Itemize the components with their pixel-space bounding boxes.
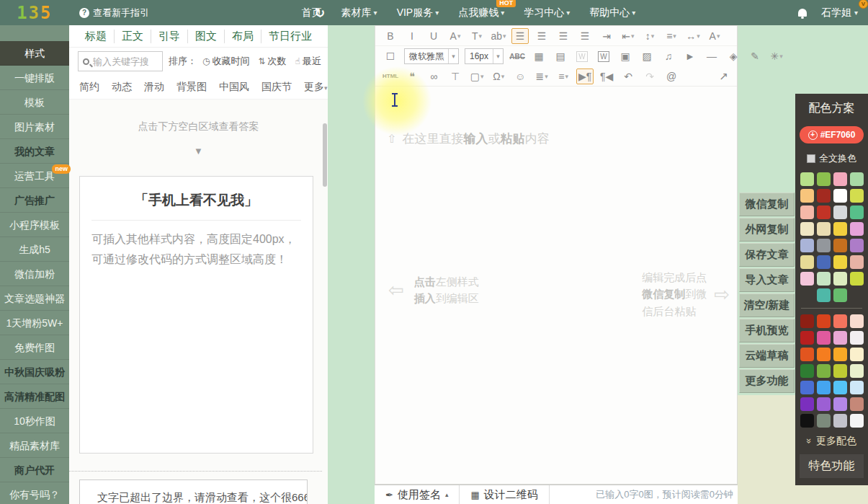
color-swatch[interactable]: [833, 272, 847, 286]
header-template-button[interactable]: ⊤ ▾: [447, 68, 464, 84]
blockquote-button[interactable]: ❝ ▾: [403, 68, 421, 84]
sidebar-item[interactable]: 你有号吗？: [0, 482, 69, 504]
color-swatch[interactable]: [850, 205, 864, 219]
sidebar-item[interactable]: 10秒作图: [0, 409, 69, 433]
use-signature-button[interactable]: ✒ 使用签名 ▴: [375, 485, 460, 504]
sidebar-item[interactable]: 生成h5: [0, 237, 69, 262]
sidebar-item[interactable]: 运营工具 new: [0, 164, 69, 188]
redo-button[interactable]: ↷ ▾: [641, 68, 658, 84]
color-swatch[interactable]: [850, 222, 864, 236]
color-swatch[interactable]: [817, 348, 831, 361]
paragraph-spacing-button[interactable]: ≡ ▾: [663, 28, 680, 44]
more-colors-button[interactable]: » 更多配色: [800, 435, 864, 448]
action-button[interactable]: 手机预览: [739, 319, 795, 342]
action-button[interactable]: 微信复制: [739, 193, 795, 216]
color-swatch[interactable]: [800, 239, 814, 252]
magic-fill-button[interactable]: ✳ ▾: [768, 48, 785, 64]
underline-button[interactable]: U ▾: [425, 28, 442, 44]
undo-button[interactable]: ↶ ▾: [619, 68, 637, 84]
color-swatch[interactable]: [817, 288, 831, 302]
word-import-button[interactable]: W ▾: [595, 48, 612, 64]
color-swatch[interactable]: [800, 172, 814, 186]
more-tags-button[interactable]: 更多▾: [304, 81, 328, 94]
format-painter-button[interactable]: ✎ ▾: [746, 48, 764, 64]
color-swatch[interactable]: [817, 189, 831, 203]
sidebar-item[interactable]: 微信加粉: [0, 262, 69, 286]
font-family-select[interactable]: 微软雅黑 ▾: [404, 48, 459, 64]
app-logo[interactable]: 135: [0, 3, 69, 23]
color-swatch[interactable]: [833, 222, 847, 236]
nav-earn-money[interactable]: HOT 点我赚钱 ▾: [458, 6, 504, 19]
sidebar-item[interactable]: 文章选题神器: [0, 286, 69, 311]
color-swatch[interactable]: [800, 414, 814, 428]
color-swatch[interactable]: [833, 205, 847, 219]
design-qrcode-button[interactable]: ▦ 设计二维码: [460, 485, 549, 504]
fullscreen-icon[interactable]: ↗: [719, 70, 733, 83]
color-swatch[interactable]: [850, 348, 864, 361]
color-swatch[interactable]: [800, 348, 814, 361]
word-count-button[interactable]: @ ▾: [663, 68, 680, 84]
eraser-button[interactable]: ◈ ▾: [725, 48, 742, 64]
rtl-paragraph-button[interactable]: ¶◀ ▾: [598, 68, 615, 84]
sidebar-item[interactable]: 一键排版: [0, 66, 69, 90]
color-swatch[interactable]: [833, 239, 847, 252]
sidebar-item[interactable]: 高清精准配图: [0, 384, 69, 409]
current-color-button[interactable]: + #EF7060: [800, 126, 864, 143]
color-swatch[interactable]: [850, 314, 864, 328]
newbie-guide-link[interactable]: ? 查看新手指引: [79, 6, 149, 19]
link-button[interactable]: ∞ ▾: [425, 68, 442, 84]
color-swatch[interactable]: [817, 222, 831, 236]
video-button[interactable]: ► ▾: [681, 48, 699, 64]
align-center-button[interactable]: ☰ ▾: [533, 28, 550, 44]
indent-button[interactable]: ⇥ ▾: [598, 28, 615, 44]
color-swatch[interactable]: [817, 272, 831, 286]
color-swatch[interactable]: [850, 331, 864, 345]
text-format-button[interactable]: T ▾: [468, 28, 486, 44]
color-swatch[interactable]: [817, 364, 831, 378]
style-preview-card[interactable]: 「手机上看不见我」 可插入其他样式内容，高度固定400px，可通过修改代码的方式…: [79, 176, 313, 454]
special-char-button[interactable]: Ω ▾: [490, 68, 507, 84]
font-size-select[interactable]: 16px ▾: [465, 48, 504, 64]
sort-recent[interactable]: ☝ 最近: [295, 55, 321, 68]
font-color-button[interactable]: A ▾: [447, 28, 464, 44]
color-swatch[interactable]: [850, 189, 864, 203]
filter-tag[interactable]: 背景图: [176, 81, 207, 94]
color-swatch[interactable]: [833, 348, 847, 361]
color-swatch[interactable]: [817, 381, 831, 394]
strikethrough-button[interactable]: ABC ▾: [509, 48, 526, 64]
banner-image-button[interactable]: ▤ ▾: [552, 48, 569, 64]
color-swatch[interactable]: [833, 189, 847, 203]
highlight-color-button[interactable]: ab ▾: [490, 28, 507, 44]
sort-favorite-time[interactable]: ◷ 收藏时间: [202, 55, 249, 68]
ordered-list-button[interactable]: ≣ ▾: [533, 68, 550, 84]
color-swatch[interactable]: [850, 255, 864, 269]
letter-spacing-button[interactable]: ↔ ▾: [684, 28, 702, 44]
color-swatch[interactable]: [833, 172, 847, 186]
sort-use-count[interactable]: ⇅ 次数: [258, 55, 286, 68]
bell-icon[interactable]: [798, 9, 807, 17]
html-source-button[interactable]: HTML ▾: [382, 68, 399, 84]
style-tab[interactable]: 布局: [225, 30, 261, 43]
italic-button[interactable]: I ▾: [403, 28, 421, 44]
color-swatch[interactable]: [817, 331, 831, 345]
color-swatch[interactable]: [833, 255, 847, 269]
emoji-button[interactable]: ☺ ▾: [511, 68, 529, 84]
user-menu[interactable]: 石学姐 ▾ V: [821, 6, 858, 19]
color-swatch[interactable]: [800, 381, 814, 394]
filter-tag[interactable]: 动态: [112, 81, 132, 94]
action-button[interactable]: 保存文章: [739, 243, 795, 267]
color-swatch[interactable]: [850, 414, 864, 428]
color-swatch[interactable]: [850, 272, 864, 286]
overflow-style-card[interactable]: 文字已超出了边界，请滑动查看，这个很6666666: [79, 479, 308, 504]
sidebar-item[interactable]: 图片素材: [0, 115, 69, 139]
color-swatch[interactable]: [833, 314, 847, 328]
color-swatch[interactable]: [833, 414, 847, 428]
color-swatch[interactable]: [800, 205, 814, 219]
style-tab[interactable]: 节日行业: [261, 30, 319, 43]
special-features-button[interactable]: 特色功能: [800, 454, 864, 478]
action-button[interactable]: 云端草稿: [739, 344, 795, 368]
align-right-button[interactable]: ☰ ▾: [555, 28, 572, 44]
sidebar-item[interactable]: 商户代开: [0, 458, 69, 482]
outdent-button[interactable]: ⇤ ▾: [619, 28, 637, 44]
color-swatch[interactable]: [800, 222, 814, 236]
